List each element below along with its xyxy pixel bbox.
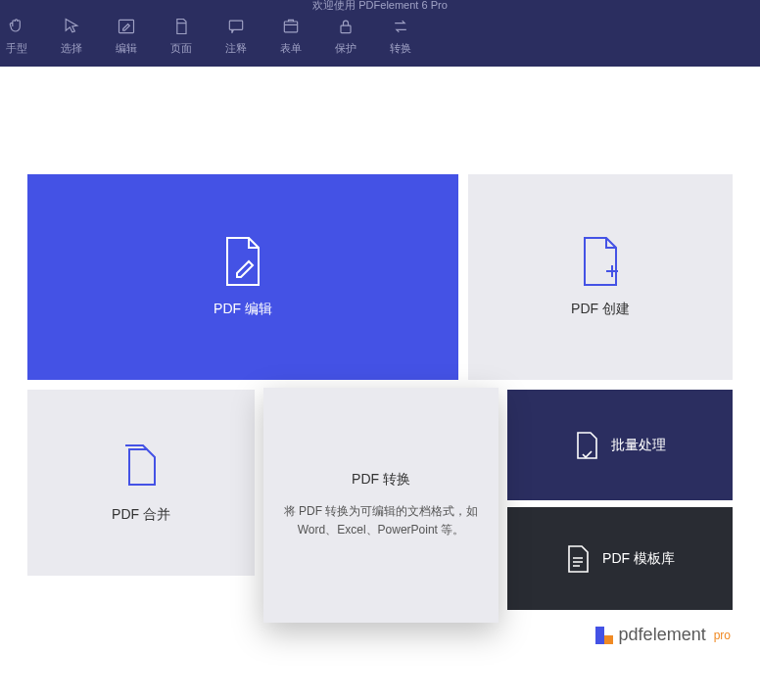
tool-convert[interactable]: 转换: [388, 16, 413, 56]
tool-page[interactable]: 页面: [168, 16, 194, 56]
convert-icon: [391, 16, 410, 37]
tile-pdf-create[interactable]: PDF 创建: [468, 174, 733, 380]
popup-title: PDF 转换: [352, 471, 410, 489]
comment-icon: [226, 16, 246, 37]
tool-label: 选择: [61, 41, 82, 56]
hand-icon: [7, 16, 26, 37]
svg-rect-2: [284, 22, 297, 32]
page-icon: [171, 16, 191, 37]
brand-suffix: pro: [714, 629, 731, 642]
tile-label: PDF 编辑: [214, 301, 272, 318]
tool-comment[interactable]: 注释: [223, 16, 249, 56]
file-edit-icon: [221, 236, 264, 287]
tile-pdf-convert-popup[interactable]: PDF 转换 将 PDF 转换为可编辑的文档格式，如 Word、Excel、Po…: [263, 388, 499, 623]
tile-label: PDF 创建: [571, 301, 630, 318]
file-lines-icon: [565, 544, 591, 574]
tool-label: 手型: [6, 41, 27, 56]
tool-label: 页面: [170, 41, 192, 56]
tool-form[interactable]: 表单: [278, 16, 304, 56]
files-stack-icon: [119, 442, 163, 492]
main-toolbar: 手型 选择 编辑 页面 注释 表单 保护: [0, 14, 760, 67]
file-plus-icon: [579, 236, 622, 287]
app-branding: pdfelement pro: [595, 625, 731, 645]
lock-icon: [336, 16, 356, 37]
tile-batch-process[interactable]: 批量处理: [507, 390, 733, 500]
tool-label: 编辑: [116, 41, 137, 56]
tool-edit[interactable]: 编辑: [114, 16, 139, 56]
brand-logo-icon: [595, 627, 613, 644]
pencil-icon: [117, 16, 136, 37]
brand-name: pdfelement: [619, 625, 706, 645]
svg-rect-1: [229, 21, 242, 29]
form-icon: [281, 16, 301, 37]
svg-rect-0: [119, 20, 134, 32]
tile-pdf-combine[interactable]: PDF 合并: [27, 390, 255, 576]
tool-hand[interactable]: 手型: [4, 16, 29, 56]
tool-label: 注释: [225, 41, 247, 56]
tool-protect[interactable]: 保护: [333, 16, 358, 56]
tile-label: PDF 模板库: [602, 550, 675, 568]
welcome-content: PDF 编辑 PDF 创建 PDF 合并 批量处理 PDF 模: [0, 67, 760, 174]
tool-label: 转换: [390, 41, 411, 56]
window-title: 欢迎使用 PDFelement 6 Pro: [0, 0, 760, 14]
cursor-icon: [62, 16, 81, 37]
file-check-icon: [574, 431, 599, 460]
tile-pdf-templates[interactable]: PDF 模板库: [507, 507, 733, 610]
popup-description: 将 PDF 转换为可编辑的文档格式，如 Word、Excel、PowerPoin…: [283, 502, 479, 539]
svg-rect-3: [341, 25, 351, 32]
tool-select[interactable]: 选择: [59, 16, 84, 56]
tile-pdf-edit[interactable]: PDF 编辑: [27, 174, 458, 380]
tile-label: PDF 合并: [112, 506, 170, 524]
tool-label: 保护: [335, 41, 356, 56]
tile-label: 批量处理: [611, 437, 666, 454]
tool-label: 表单: [280, 41, 302, 56]
